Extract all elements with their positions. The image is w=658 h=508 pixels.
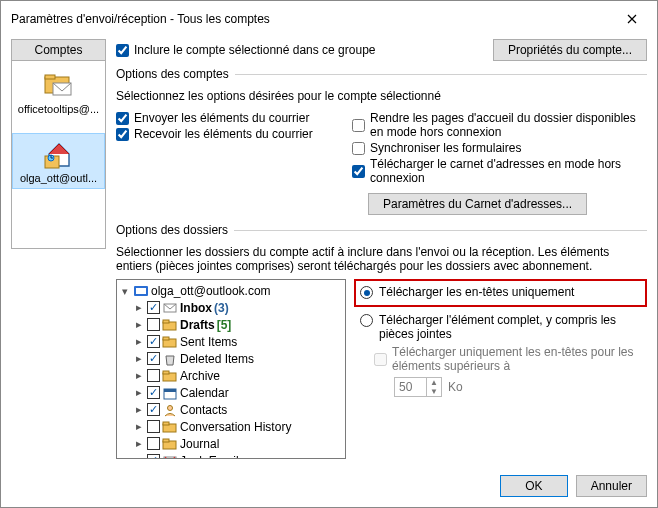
tree-expander-icon[interactable] [133,386,145,399]
titlebar: Paramètres d'envoi/réception - Tous les … [1,1,657,35]
account-options-group: Options des comptes Sélectionnez les opt… [116,67,647,217]
radio-icon [360,314,373,327]
tree-checkbox[interactable] [147,420,160,433]
download-ab-checkbox[interactable]: Télécharger le carnet d'adresses en mode… [352,157,647,185]
tree-item[interactable]: Contacts [119,401,343,418]
tree-item[interactable]: Inbox (3) [119,299,343,316]
folder-options-desc: Sélectionner les dossiers du compte acti… [116,245,647,273]
tree-checkbox[interactable] [147,369,160,382]
download-full-label: Télécharger l'élément complet, y compris… [379,313,641,341]
account-properties-button[interactable]: Propriétés du compte... [493,39,647,61]
dialog: Paramètres d'envoi/réception - Tous les … [0,0,658,508]
tree-expander-icon[interactable] [133,335,145,348]
right-panel: Inclure le compte sélectionné dans ce gr… [116,39,647,461]
tree-root[interactable]: olga_ott@outlook.com [119,283,343,299]
include-account-input[interactable] [116,44,129,57]
tree-expander-icon[interactable] [133,369,145,382]
tree-item[interactable]: Sent Items [119,333,343,350]
svg-rect-11 [163,337,169,340]
tree-item-label: Junk Email [180,454,239,460]
tree-item[interactable]: Calendar [119,384,343,401]
svg-rect-15 [164,389,176,392]
folder-options-legend: Options des dossiers [116,223,234,237]
tree-root-label: olga_ott@outlook.com [151,284,271,298]
tree-checkbox[interactable] [147,454,160,459]
tree-item-label: Sent Items [180,335,237,349]
send-mail-checkbox[interactable]: Envoyer les éléments du courrier [116,111,336,125]
folder-tree[interactable]: olga_ott@outlook.com Inbox (3)Drafts [5]… [116,279,346,459]
tree-item-count: (3) [214,301,229,315]
tree-expander-icon[interactable] [133,437,145,450]
offline-home-checkbox[interactable]: Rendre les pages d'accueil du dossier di… [352,111,647,139]
tree-item[interactable]: Conversation History [119,418,343,435]
include-account-label: Inclure le compte sélectionné dans ce gr… [134,43,375,57]
svg-rect-13 [163,371,169,374]
download-headers-label: Télécharger les en-têtes uniquement [379,285,574,299]
ok-button[interactable]: OK [500,475,567,497]
download-headers-over-checkbox: Télécharger uniquement les en-têtes pour… [374,345,647,373]
address-book-params-button[interactable]: Paramètres du Carnet d'adresses... [368,193,587,215]
tree-checkbox[interactable] [147,352,160,365]
svg-rect-18 [163,422,169,425]
folder-icon [162,352,178,366]
tree-item[interactable]: Journal [119,435,343,452]
folder-icon [162,437,178,451]
folder-icon [162,403,178,417]
folder-icon [162,420,178,434]
folder-icon [162,386,178,400]
account-options-legend: Options des comptes [116,67,235,81]
account-options-desc: Sélectionnez les options désirées pour l… [116,89,647,103]
radio-icon [360,286,373,299]
tree-item[interactable]: Junk Email [119,452,343,459]
account-label: officetooltips@... [16,103,102,115]
tree-item[interactable]: Drafts [5] [119,316,343,333]
account-label: olga_ott@outl... [16,172,102,184]
svg-rect-6 [136,288,146,294]
tree-checkbox[interactable] [147,386,160,399]
home-mail-icon [43,138,75,170]
tree-checkbox[interactable] [147,403,160,416]
tree-expander-icon[interactable] [133,403,145,416]
tree-checkbox[interactable] [147,335,160,348]
tree-item-label: Deleted Items [180,352,254,366]
spinner-down-icon: ▼ [426,387,441,396]
sync-forms-checkbox[interactable]: Synchroniser les formulaires [352,141,647,155]
tree-expander-icon[interactable] [119,285,131,298]
tree-item-label: Inbox [180,301,212,315]
tree-item-count: [5] [217,318,232,332]
download-options: Télécharger les en-têtes uniquement Télé… [354,279,647,459]
tree-item[interactable]: Archive [119,367,343,384]
download-full-radio[interactable]: Télécharger l'élément complet, y compris… [354,311,647,343]
svg-rect-9 [163,320,169,323]
folder-options-group: Options des dossiers Sélectionner les do… [116,223,647,461]
close-icon [627,14,637,24]
size-unit: Ko [448,380,463,394]
folder-mail-icon [43,69,75,101]
tree-checkbox[interactable] [147,437,160,450]
tree-item[interactable]: Deleted Items [119,350,343,367]
include-account-checkbox[interactable]: Inclure le compte sélectionné dans ce gr… [116,43,375,57]
accounts-panel: Comptes officetooltips@... olga_ott@out [11,39,106,461]
download-headers-radio[interactable]: Télécharger les en-têtes uniquement [354,279,647,307]
folder-icon [162,335,178,349]
receive-mail-checkbox[interactable]: Recevoir les éléments du courrier [116,127,336,141]
tree-expander-icon[interactable] [133,454,145,459]
tree-item-label: Journal [180,437,219,451]
tree-item-label: Contacts [180,403,227,417]
tree-expander-icon[interactable] [133,420,145,433]
account-item-1[interactable]: olga_ott@outl... [12,133,105,189]
spinner-up-icon: ▲ [426,378,441,387]
dialog-title: Paramètres d'envoi/réception - Tous les … [11,12,270,26]
accounts-list: officetooltips@... olga_ott@outl... [11,61,106,249]
account-item-0[interactable]: officetooltips@... [12,65,105,119]
tree-checkbox[interactable] [147,301,160,314]
close-button[interactable] [617,9,647,29]
cancel-button[interactable]: Annuler [576,475,647,497]
size-value: 50 [395,380,426,394]
folder-icon [162,318,178,332]
tree-checkbox[interactable] [147,318,160,331]
tree-expander-icon[interactable] [133,318,145,331]
tree-expander-icon[interactable] [133,352,145,365]
tree-expander-icon[interactable] [133,301,145,314]
tree-item-label: Calendar [180,386,229,400]
